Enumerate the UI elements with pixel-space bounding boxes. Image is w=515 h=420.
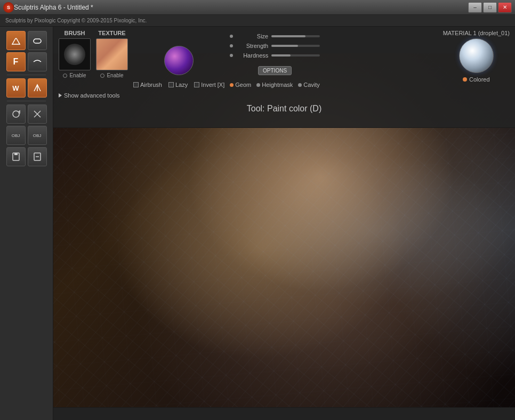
flatten-button[interactable]: F <box>6 52 26 71</box>
brush-inner <box>64 44 85 65</box>
checkboxes-section: Airbrush Lazy Invert [X] <box>133 82 224 88</box>
strength-label: Strength <box>236 43 268 49</box>
smooth-button[interactable] <box>28 31 47 50</box>
texture-preview[interactable] <box>96 38 128 70</box>
colored-label: Colored <box>469 76 490 83</box>
texture-section: TEXTURE Enable <box>96 30 128 78</box>
brush-preview[interactable] <box>59 38 91 70</box>
inflate-button[interactable]: W <box>6 78 26 98</box>
hardness-slider-row: Hardness <box>230 52 320 59</box>
texture-label: TEXTURE <box>98 30 125 36</box>
hardness-slider[interactable] <box>271 54 320 56</box>
options-section: OPTIONS <box>230 64 320 75</box>
app-header: Sculptris by Pixologic Copyright © 2009-… <box>0 15 515 27</box>
invert-label: Invert [X] <box>201 82 224 88</box>
show-advanced-label: Show advanced tools <box>64 92 120 99</box>
color-sphere[interactable] <box>164 46 194 75</box>
heightmask-dot <box>256 83 260 87</box>
tool-row-5: OBJ OBJ <box>2 126 51 145</box>
lazy-checkbox[interactable]: Lazy <box>168 82 188 88</box>
close-button[interactable]: ✕ <box>498 2 512 13</box>
brush-controls: Airbrush Lazy Invert [X] <box>133 37 224 88</box>
arrow-icon <box>59 93 62 98</box>
title-bar: S Sculptris Alpha 6 - Untitled * – □ ✕ <box>0 0 515 15</box>
strength-fill <box>271 45 298 47</box>
geom-dot <box>230 83 234 87</box>
tool-label: Tool: Paint color (D) <box>59 104 510 114</box>
top-panel: BRUSH Enable TEXTURE Enable <box>53 27 515 128</box>
geom-section: Geom Heightmask Cavity <box>230 82 320 88</box>
import-obj-button[interactable]: OBJ <box>6 126 26 145</box>
geom-label: Geom <box>235 82 251 88</box>
strength-slider[interactable] <box>271 45 320 47</box>
airbrush-box <box>133 82 139 87</box>
window-title: Sculptris Alpha 6 - Untitled * <box>14 4 468 11</box>
cavity-label: Cavity <box>303 82 320 88</box>
heightmask-item[interactable]: Heightmask <box>256 82 293 88</box>
material-section: MATERIAL 1 (droplet_01) Colored <box>443 30 510 83</box>
size-fill <box>271 35 305 37</box>
brush-enable-radio[interactable] <box>63 74 67 78</box>
scale-button[interactable] <box>28 104 47 124</box>
show-advanced-tools[interactable]: Show advanced tools <box>59 92 120 99</box>
tool-row-4 <box>2 104 51 124</box>
draw-button[interactable] <box>6 31 26 50</box>
airbrush-checkbox[interactable]: Airbrush <box>133 82 162 88</box>
top-sections: BRUSH Enable TEXTURE Enable <box>59 30 510 88</box>
strength-dot <box>230 44 233 47</box>
divider-2 <box>7 101 46 101</box>
airbrush-label: Airbrush <box>140 82 162 88</box>
app-logo: S <box>3 2 14 13</box>
load-button[interactable] <box>28 147 47 166</box>
main-container: F W OBJ OBJ <box>0 27 515 420</box>
size-slider-row: Size <box>230 33 320 39</box>
save-button[interactable] <box>6 147 26 166</box>
sliders-section: Size Strength Hardness <box>230 33 320 88</box>
texture-enable-row: Enable <box>100 72 123 78</box>
divider-1 <box>7 75 46 75</box>
hardness-label: Hardness <box>236 52 268 59</box>
heightmask-label: Heightmask <box>262 82 293 88</box>
options-button[interactable]: OPTIONS <box>258 66 292 75</box>
minimize-button[interactable]: – <box>468 2 482 13</box>
tool-row-3: W <box>2 78 51 98</box>
status-bar: 690028 triangles <box>0 407 515 420</box>
rotate-button[interactable] <box>6 104 26 124</box>
material-label: MATERIAL 1 (droplet_01) <box>443 30 510 36</box>
size-dot <box>230 35 233 38</box>
tool-row-6 <box>2 147 51 166</box>
svg-rect-1 <box>34 39 41 43</box>
left-toolbar: F W OBJ OBJ <box>0 27 53 420</box>
color-sphere-section <box>133 46 224 75</box>
strength-slider-row: Strength <box>230 43 320 49</box>
cavity-dot <box>298 83 302 87</box>
invert-box <box>194 82 199 87</box>
hardness-dot <box>230 54 233 57</box>
texture-enable-label: Enable <box>107 72 123 78</box>
hardness-fill <box>271 54 291 56</box>
lazy-box <box>168 82 174 87</box>
pinch-button[interactable] <box>28 78 47 98</box>
tool-row-2: F <box>2 52 51 71</box>
panel-row2: Show advanced tools <box>59 92 510 99</box>
crease-button[interactable] <box>28 52 47 71</box>
material-sphere[interactable] <box>459 38 494 73</box>
maximize-button[interactable]: □ <box>483 2 497 13</box>
lazy-label: Lazy <box>175 82 188 88</box>
tool-row-1 <box>2 31 51 50</box>
brush-enable-row: Enable <box>63 72 86 78</box>
cavity-item[interactable]: Cavity <box>298 82 320 88</box>
brush-label: BRUSH <box>64 30 85 36</box>
colored-dot <box>463 77 467 82</box>
size-label: Size <box>236 33 268 39</box>
colored-row: Colored <box>463 76 490 83</box>
invert-checkbox[interactable]: Invert [X] <box>194 82 224 88</box>
size-slider[interactable] <box>271 35 320 37</box>
brush-enable-label: Enable <box>69 72 86 78</box>
texture-enable-radio[interactable] <box>100 74 104 78</box>
geom-item[interactable]: Geom <box>230 82 251 88</box>
svg-rect-7 <box>14 153 18 155</box>
brush-section: BRUSH Enable <box>59 30 91 78</box>
copyright-text: Sculptris by Pixologic Copyright © 2009-… <box>5 18 147 23</box>
export-obj-button[interactable]: OBJ <box>28 126 47 145</box>
